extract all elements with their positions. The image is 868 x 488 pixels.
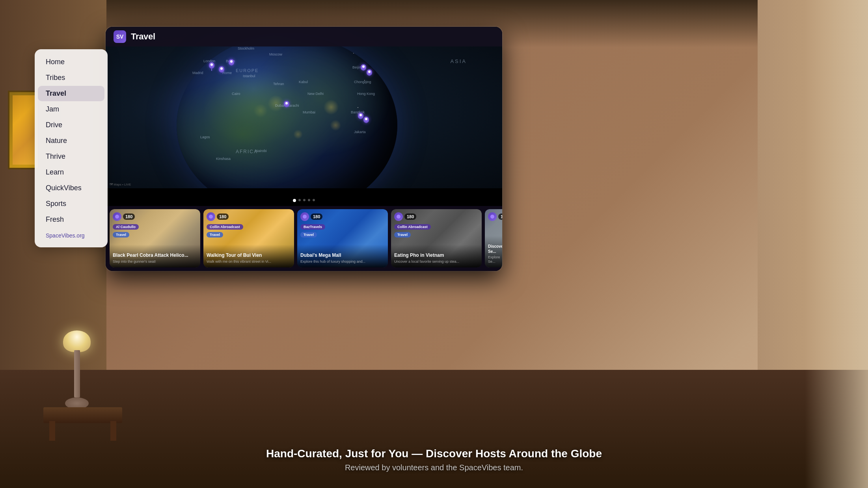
card-5-avatar [488,212,497,221]
city-stockholm: Stockholm [238,46,254,50]
lamp-pole [74,350,80,397]
map-pin-4 [283,101,290,109]
star [353,53,354,54]
city-nairobi: Nairobi [255,149,267,153]
app-title: Travel [131,32,155,42]
video-card-5[interactable]: 180 Discover Se... Explore Se... [485,209,502,267]
card-3-title: Dubai's Mega Mall [300,252,385,259]
card-3-info: Dubai's Mega Mall Explore this hub of lu… [297,245,388,267]
map-area[interactable]: ASIA AFRICA EUROPE Stockholm Moscow Lond… [106,27,502,188]
card-3-desc: Explore this hub of luxury shopping and.… [300,260,385,264]
svg-point-12 [361,65,366,71]
svg-point-6 [284,102,289,107]
star [371,62,372,63]
sidebar-item-nature[interactable]: Nature [38,133,104,148]
card-5-desc: Explore Se... [488,255,502,264]
pagination-dot-5[interactable] [313,199,315,201]
pagination-dot-1[interactable] [293,199,296,202]
map-pin-8 [366,69,373,78]
card-1-badge: 180 [113,212,135,221]
card-2-tag: Travel [207,232,223,238]
card-1-title: Black Pearl Cobra Attack Helico... [113,252,197,259]
card-1-desc: Step into the gunner's seat! [113,260,197,264]
sidebar-item-jam[interactable]: Jam [38,102,104,117]
pagination-dot-2[interactable] [298,199,301,201]
star [358,107,358,108]
sidebar-item-sports[interactable]: Sports [38,196,104,212]
maps-attribution: 🗺 Maps • LIVE [110,183,131,186]
app-logo: SV [114,30,126,43]
city-lagos: Lagos [200,135,210,139]
sidebar-item-drive[interactable]: Drive [38,117,104,133]
pagination-dot-4[interactable] [308,199,310,201]
card-1-tag: Travel [113,232,129,238]
svg-point-11 [365,119,367,121]
video-card-4[interactable]: 180 Collin Abroadcast Travel Eating Pho … [391,209,482,267]
city-mumbai: Mumbai [303,110,315,114]
card-5-info: Discover Se... Explore Se... [485,236,502,267]
sidebar-item-website[interactable]: SpaceVibes.org [38,229,104,242]
card-3-badge: 180 [300,212,322,221]
sidebar-item-fresh[interactable]: Fresh [38,212,104,227]
svg-point-9 [359,115,362,117]
map-pin-6 [363,117,370,125]
video-card-2[interactable]: 180 Collin Abroadcast Travel Walking Tou… [203,209,294,267]
sidebar-item-tribes[interactable]: Tribes [38,70,104,85]
card-4-info: Eating Pho in Vietnam Uncover a local fa… [391,245,482,267]
card-2-badge: 180 [207,212,229,221]
sidebar-item-home[interactable]: Home [38,54,104,70]
monitor: SV Travel ASIA AFRICA EUROPE Stockholm M… [106,27,502,271]
card-4-title: Eating Pho in Vietnam [394,252,479,259]
city-istanbul: Istanbul [243,74,255,78]
card-3-channel: BazTravels [300,224,325,230]
curtain-right [805,0,868,488]
card-3-count: 180 [311,213,322,220]
svg-point-4 [229,60,234,65]
pagination-dot-3[interactable] [303,199,305,201]
lamp-shade [63,330,91,352]
svg-point-17 [209,215,213,219]
card-3-avatar [300,212,309,221]
bottom-subtext: Reviewed by volunteers and the SpaceVibe… [0,463,868,472]
svg-point-16 [115,215,119,219]
svg-point-1 [210,65,213,67]
side-table-leg-left [49,421,55,441]
card-4-tag: Travel [394,232,411,238]
side-table-leg-right [110,421,116,441]
city-moscow: Moscow [269,52,282,56]
map-pin-3 [228,59,235,68]
card-4-channel: Collin Abroadcast [394,224,431,230]
card-1-info: Black Pearl Cobra Attack Helico... Step … [110,245,200,267]
svg-point-7 [285,103,288,106]
side-table [43,407,122,423]
card-4-desc: Uncover a local favorite serving up stea… [394,260,479,264]
asia-map-label: ASIA [450,58,467,64]
sidebar-item-learn[interactable]: Learn [38,165,104,180]
sidebar-item-thrive[interactable]: Thrive [38,149,104,164]
card-2-info: Walking Tour of Bui Vien Walk with me on… [203,245,294,267]
svg-point-13 [362,67,365,69]
sidebar-item-travel[interactable]: Travel [38,86,104,101]
card-4-badge: 180 [394,212,416,221]
city-cairo: Cairo [232,92,240,96]
city-chongqing: Chongqing [354,80,371,84]
card-1-avatar [113,212,121,221]
card-3-tag: Travel [300,232,317,238]
svg-point-20 [490,215,494,219]
city-kinshasa: Kinshasa [216,157,231,161]
card-2-channel: Collin Abroadcast [207,224,243,230]
bottom-headline: Hand-Curated, Just for You — Discover Ho… [0,447,868,460]
picture-inner [13,95,35,165]
cards-row: 180 Al Caudullo Travel Black Pearl Cobra… [106,206,502,271]
card-4-count: 180 [404,213,416,220]
card-1-channel: Al Caudullo [113,224,139,230]
svg-point-18 [303,215,307,219]
card-1-count: 180 [123,213,135,220]
svg-point-2 [219,67,224,72]
video-card-3[interactable]: 180 BazTravels Travel Dubai's Mega Mall … [297,209,388,267]
city-kabul: Kabul [299,80,308,84]
video-card-1[interactable]: 180 Al Caudullo Travel Black Pearl Cobra… [110,209,200,267]
sidebar-item-quickvibes[interactable]: QuickVibes [38,180,104,196]
card-2-avatar [207,212,215,221]
svg-point-3 [220,69,223,71]
